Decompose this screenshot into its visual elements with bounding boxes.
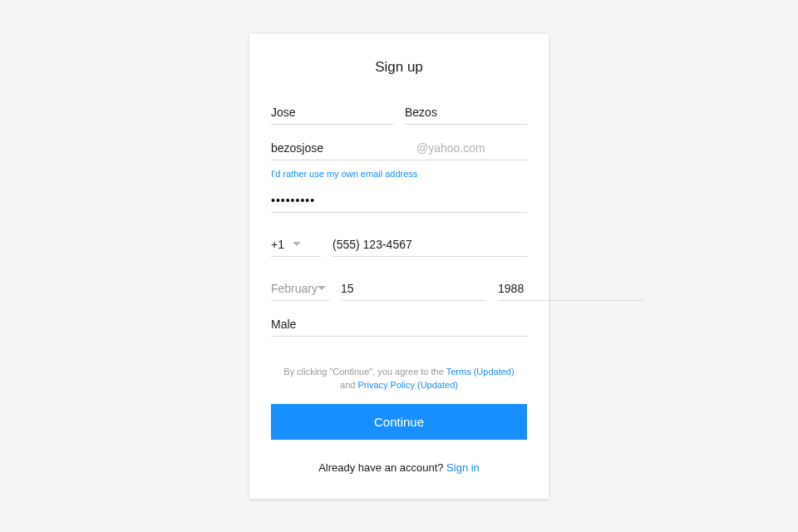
terms-link[interactable]: Terms (Updated) — [446, 367, 515, 377]
signin-row: Already have an account? Sign in — [271, 461, 527, 474]
legal-text: By clicking "Continue", you agree to the… — [271, 365, 527, 392]
dob-row: February — [271, 275, 527, 301]
year-input[interactable] — [498, 275, 643, 301]
name-row — [271, 99, 527, 135]
password-input[interactable] — [271, 187, 527, 212]
email-domain-label: @yahoo.com — [416, 135, 527, 160]
month-text: February — [271, 282, 318, 295]
month-select[interactable]: February — [271, 275, 329, 301]
chevron-down-icon — [293, 242, 301, 246]
day-input[interactable] — [341, 275, 486, 301]
chevron-down-icon — [318, 286, 326, 290]
page-title: Sign up — [271, 59, 527, 76]
email-row: @yahoo.com — [271, 135, 527, 160]
country-code-select[interactable]: +1 — [271, 231, 321, 257]
signin-link[interactable]: Sign in — [446, 461, 480, 474]
legal-prefix: By clicking "Continue", you agree to the — [283, 367, 446, 377]
password-field — [271, 187, 527, 213]
last-name-input[interactable] — [405, 99, 527, 125]
phone-input[interactable] — [332, 231, 527, 257]
signup-card: Sign up @yahoo.com I'd rather use my own… — [249, 34, 549, 499]
gender-field — [271, 311, 527, 337]
country-code-text: +1 — [271, 238, 284, 251]
email-local-input[interactable] — [271, 135, 416, 160]
signin-prompt: Already have an account? — [318, 461, 446, 474]
last-name-field — [405, 99, 527, 125]
privacy-link[interactable]: Privacy Policy (Updated) — [357, 380, 457, 390]
own-email-link[interactable]: I'd rather use my own email address — [271, 169, 417, 179]
phone-row: +1 — [271, 231, 527, 257]
continue-button[interactable]: Continue — [271, 404, 527, 440]
legal-and: and — [340, 380, 357, 390]
first-name-field — [271, 99, 393, 125]
gender-input[interactable] — [271, 311, 527, 336]
first-name-input[interactable] — [271, 99, 393, 125]
